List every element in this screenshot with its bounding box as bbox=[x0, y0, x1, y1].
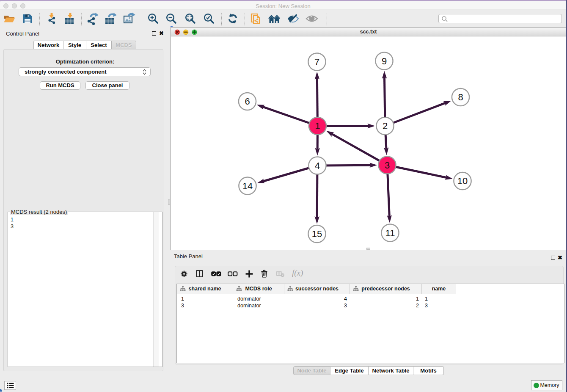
svg-text:8: 8 bbox=[458, 92, 463, 102]
svg-text:7: 7 bbox=[314, 57, 319, 67]
svg-text:3: 3 bbox=[385, 160, 390, 171]
svg-text:14: 14 bbox=[242, 181, 253, 191]
svg-text:6: 6 bbox=[245, 96, 250, 107]
svg-text:15: 15 bbox=[312, 229, 322, 239]
svg-text:9: 9 bbox=[382, 56, 387, 66]
svg-text:2: 2 bbox=[383, 121, 388, 131]
svg-text:11: 11 bbox=[385, 228, 395, 238]
svg-text:1: 1 bbox=[315, 121, 320, 131]
svg-text:10: 10 bbox=[457, 176, 468, 186]
svg-text:4: 4 bbox=[315, 160, 320, 171]
